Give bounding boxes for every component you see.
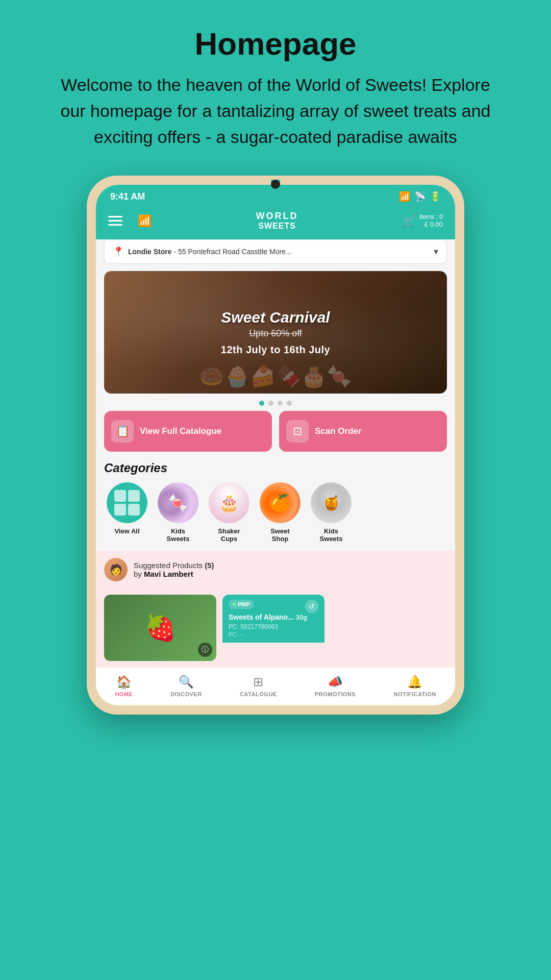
category-circle-sweet-shop: 🍊 [260, 482, 300, 523]
page-title: Homepage [195, 26, 357, 62]
promotions-icon: 📣 [328, 675, 343, 689]
banner-dot-3 [278, 401, 283, 406]
pmp-dot-icon [233, 603, 236, 606]
logo-top-text: WORLD [256, 211, 298, 222]
banner-title: Sweet Carnival [221, 309, 330, 326]
product-detail-area: PMP ↺ Sweets of Alpano... 30g PC: 502177… [222, 595, 324, 643]
suggested-label: Suggested Products [134, 561, 203, 570]
phone-mockup: 9:41 AM 📶 📡 🔋 📶 WORLD [87, 176, 464, 715]
nav-label-promotions: PROMOTIONS [315, 691, 356, 697]
nav-label-discover: DISCOVER [170, 691, 202, 697]
banner-dots [96, 401, 455, 406]
product-pc: PC: 50217780063 [229, 623, 318, 630]
banner-dot-1 [259, 401, 264, 406]
suggested-by-label: by [134, 570, 144, 578]
nav-item-promotions[interactable]: 📣 PROMOTIONS [315, 675, 356, 697]
product-card-image[interactable]: 🍓 ⓘ [104, 595, 216, 661]
suggested-products-header: 🧑 Suggested Products (5) by Mavi Lambert [96, 551, 455, 589]
scan-order-button[interactable]: ⊡ Scan Order [279, 411, 447, 452]
catalogue-button-label: View Full Catalogue [140, 426, 221, 436]
category-item-kids-sweets[interactable]: 🍬 KidsSweets [155, 482, 201, 543]
phone-screen: 9:41 AM 📶 📡 🔋 📶 WORLD [96, 185, 455, 705]
category-circle-kids-sweets: 🍬 [158, 482, 198, 523]
scan-icon: ⊡ [286, 420, 309, 443]
nav-item-notification[interactable]: 🔔 NOTIFICATION [393, 675, 436, 697]
suggested-avatar: 🧑 [104, 558, 128, 581]
cart-icon: 🛒 [403, 214, 416, 228]
location-text: Londie Store - 55 Pontefract Road Casstt… [128, 248, 292, 256]
cart-area[interactable]: 🛒 Items : 0 £ 0.00 [403, 213, 443, 228]
suggested-count: (5) [205, 561, 214, 570]
signal-icon: 📶 [399, 191, 410, 202]
scan-button-label: Scan Order [315, 426, 362, 436]
suggested-user-name: Mavi Lambert [144, 570, 193, 578]
cta-buttons-row: 📋 View Full Catalogue ⊡ Scan Order [104, 411, 447, 452]
status-bar: 9:41 AM 📶 📡 🔋 [96, 185, 455, 206]
wifi-header-icon: 📶 [138, 214, 152, 228]
nav-item-home[interactable]: 🏠 HOME [115, 675, 133, 697]
catalogue-icon: 📋 [111, 420, 134, 443]
view-catalogue-button[interactable]: 📋 View Full Catalogue [104, 411, 272, 452]
app-header: 📶 WORLD SWEETS 🛒 Items : 0 £ 0.00 [96, 206, 455, 239]
category-item-kids-sweets-2[interactable]: 🍯 KidsSweets [308, 482, 354, 543]
logo-bottom-text: SWEETS [256, 222, 298, 231]
bottom-nav: 🏠 HOME 🔍 DISCOVER ⊞ CATALOGUE 📣 PROMOTIO… [96, 667, 455, 705]
category-label-kids-sweets-2: KidsSweets [320, 527, 343, 543]
page-subtitle: Welcome to the heaven of the World of Sw… [46, 72, 505, 150]
discover-icon: 🔍 [179, 675, 194, 689]
nav-item-catalogue[interactable]: ⊞ CATALOGUE [240, 675, 277, 697]
categories-row: View All 🍬 KidsSweets 🎂 ShakerCups 🍊 [96, 482, 455, 551]
category-circle-kids-sweets-2: 🍯 [311, 482, 352, 523]
header-left: 📶 [108, 214, 152, 228]
notification-icon: 🔔 [407, 675, 422, 689]
location-dropdown-icon[interactable]: ▾ [434, 246, 438, 257]
category-label-shaker-cups: ShakerCups [218, 527, 240, 543]
catalogue-nav-icon: ⊞ [253, 675, 263, 689]
pmp-badge: PMP [229, 600, 254, 609]
category-label-view-all: View All [114, 527, 139, 535]
banner-dates: 12th July to 16th July [221, 344, 330, 356]
app-logo: WORLD SWEETS [256, 211, 298, 230]
category-label-sweet-shop: SweetShop [270, 527, 290, 543]
cart-items-label: Items : 0 [419, 213, 443, 220]
banner-dot-2 [268, 401, 273, 406]
nav-label-catalogue: CATALOGUE [240, 691, 277, 697]
product-pc-2: PC: ··· [229, 631, 318, 638]
product-image-area: 🍓 ⓘ [104, 595, 216, 661]
banner-discount: Upto 60% off [249, 328, 302, 339]
nav-item-discover[interactable]: 🔍 DISCOVER [170, 675, 202, 697]
product-info-icon[interactable]: ⓘ [198, 643, 212, 657]
category-label-kids-sweets: KidsSweets [167, 527, 190, 543]
wifi-status-icon: 📡 [414, 191, 425, 202]
category-item-shaker-cups[interactable]: 🎂 ShakerCups [206, 482, 252, 543]
status-time: 9:41 AM [110, 191, 145, 202]
categories-title: Categories [104, 461, 447, 475]
nav-label-home: HOME [115, 691, 133, 697]
location-pin-icon: 📍 [113, 246, 124, 257]
products-row: 🍓 ⓘ PMP ↺ Sweets of Alpano... [96, 589, 455, 667]
banner-dot-4 [287, 401, 292, 406]
promo-banner[interactable]: Sweet Carnival Upto 60% off 12th July to… [104, 271, 447, 394]
category-item-view-all[interactable]: View All [104, 482, 150, 543]
hamburger-menu-icon[interactable] [108, 216, 122, 226]
suggested-text: Suggested Products (5) by Mavi Lambert [134, 561, 214, 578]
product-card-detail[interactable]: PMP ↺ Sweets of Alpano... 30g PC: 502177… [222, 595, 324, 661]
battery-status-icon: 🔋 [430, 191, 441, 202]
refresh-icon[interactable]: ↺ [305, 600, 318, 613]
location-bar[interactable]: 📍 Londie Store - 55 Pontefract Road Cass… [104, 239, 447, 264]
category-circle-shaker-cups: 🎂 [209, 482, 249, 523]
nav-label-notification: NOTIFICATION [393, 691, 436, 697]
camera-dot [271, 185, 280, 189]
home-icon: 🏠 [116, 675, 132, 689]
product-name: Sweets of Alpano... 30g [229, 613, 318, 621]
cart-amount: £ 0.00 [419, 220, 443, 228]
category-circle-view-all [107, 482, 147, 523]
category-item-sweet-shop[interactable]: 🍊 SweetShop [257, 482, 303, 543]
